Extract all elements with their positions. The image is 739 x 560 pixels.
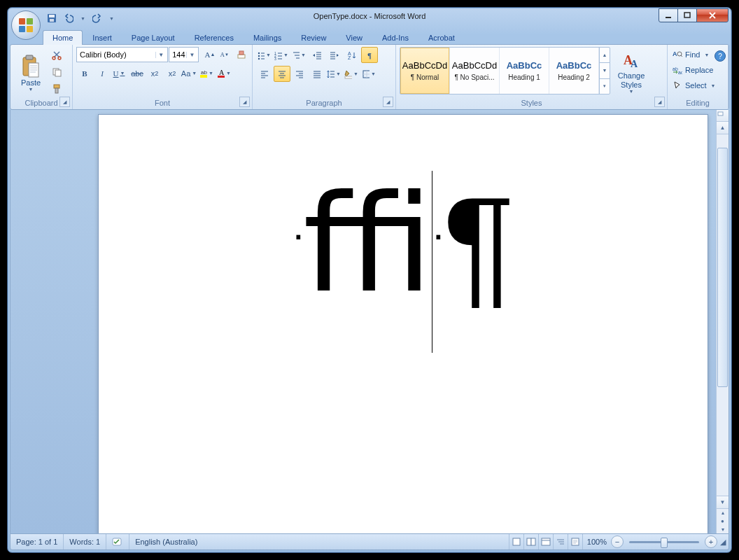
clear-format-icon[interactable] xyxy=(234,48,248,62)
view-draft[interactable] xyxy=(568,534,582,550)
zoom-level[interactable]: 100% xyxy=(582,534,611,550)
tab-mailings[interactable]: Mailings xyxy=(244,30,291,45)
change-case-button[interactable]: Aa▼ xyxy=(181,65,198,81)
bullets-button[interactable]: ▼ xyxy=(256,47,273,63)
close-button[interactable] xyxy=(696,8,729,22)
justify-button[interactable] xyxy=(309,66,325,82)
undo-icon[interactable] xyxy=(62,12,75,24)
select-button[interactable]: Select▼ xyxy=(671,78,724,92)
italic-button[interactable]: I xyxy=(94,65,111,81)
style-no-spacing[interactable]: AaBbCcDd ¶ No Spaci... xyxy=(450,48,500,94)
show-marks-button[interactable]: ¶ xyxy=(361,47,378,63)
svg-point-13 xyxy=(58,57,61,59)
tab-insert[interactable]: Insert xyxy=(83,30,122,45)
scroll-thumb[interactable] xyxy=(717,148,728,387)
underline-button[interactable]: U▼ xyxy=(111,65,128,81)
prev-page-button[interactable]: ▴ xyxy=(717,508,729,517)
svg-text:ab: ab xyxy=(201,69,207,76)
bold-button[interactable]: B xyxy=(76,65,93,81)
numbering-button[interactable]: 123▼ xyxy=(274,47,290,63)
scroll-track[interactable] xyxy=(717,134,729,496)
highlight-button[interactable]: ab▼ xyxy=(199,65,216,81)
tab-review[interactable]: Review xyxy=(291,30,336,45)
svg-point-24 xyxy=(258,52,260,53)
font-size-combo[interactable]: 144▼ xyxy=(169,47,199,62)
align-left-button[interactable] xyxy=(256,66,273,82)
align-center-button[interactable] xyxy=(274,66,290,82)
view-full-screen[interactable] xyxy=(523,534,538,550)
tab-acrobat[interactable]: Acrobat xyxy=(418,30,465,45)
next-page-button[interactable]: ▾ xyxy=(717,525,729,533)
gallery-more[interactable]: ▾ xyxy=(600,79,610,94)
view-web-layout[interactable] xyxy=(538,534,553,550)
shrink-font-icon[interactable]: A▼ xyxy=(218,48,232,62)
office-button[interactable] xyxy=(11,10,41,40)
browse-object-button[interactable]: ● xyxy=(717,517,729,525)
scroll-up[interactable]: ▲ xyxy=(716,121,729,134)
status-page[interactable]: Page: 1 of 1 xyxy=(10,534,64,550)
status-proof[interactable] xyxy=(106,534,129,550)
zoom-out-button[interactable]: − xyxy=(611,536,624,548)
maximize-button[interactable] xyxy=(677,8,697,22)
indent-right-button[interactable] xyxy=(326,47,343,63)
styles-launcher[interactable]: ◢ xyxy=(654,97,665,107)
scroll-down[interactable]: ▼ xyxy=(716,496,729,509)
copy-icon[interactable] xyxy=(50,65,64,79)
tab-home[interactable]: Home xyxy=(43,30,83,45)
redo-icon[interactable] xyxy=(91,12,104,24)
change-styles-icon: AA xyxy=(621,52,641,71)
cut-icon[interactable] xyxy=(50,48,64,62)
svg-rect-5 xyxy=(49,15,55,18)
qat-customize-chevron[interactable]: ▼ xyxy=(108,16,115,21)
multilevel-button[interactable]: ▼ xyxy=(291,47,308,63)
paragraph-launcher[interactable]: ◢ xyxy=(383,97,393,107)
superscript-button[interactable]: x2 xyxy=(164,65,181,81)
view-print-layout[interactable] xyxy=(509,534,523,550)
clipboard-launcher[interactable]: ◢ xyxy=(59,97,70,107)
paste-button[interactable]: Paste ▼ xyxy=(14,47,48,99)
font-color-button[interactable]: A▼ xyxy=(216,65,233,81)
style-normal[interactable]: AaBbCcDd ¶ Normal xyxy=(400,48,450,94)
zoom-in-button[interactable]: + xyxy=(705,536,717,548)
tab-add-ins[interactable]: Add-Ins xyxy=(372,30,418,45)
font-launcher[interactable]: ◢ xyxy=(239,97,250,107)
line-spacing-button[interactable]: ▼ xyxy=(326,66,343,82)
paste-icon xyxy=(21,55,41,78)
strike-button[interactable]: abc xyxy=(129,65,146,81)
tab-references[interactable]: References xyxy=(185,30,244,45)
status-words[interactable]: Words: 1 xyxy=(64,534,106,550)
tab-page-layout[interactable]: Page Layout xyxy=(122,30,185,45)
svg-point-25 xyxy=(258,55,260,56)
resize-grip[interactable]: ◢ xyxy=(717,538,729,547)
gallery-up[interactable]: ▲ xyxy=(600,48,610,63)
page[interactable]: ·ﬃ·¶ xyxy=(98,114,708,533)
undo-chevron[interactable]: ▼ xyxy=(79,16,87,21)
minimize-button[interactable] xyxy=(659,8,678,22)
quick-access-toolbar: ▼ ▼ xyxy=(45,12,115,24)
zoom-knob[interactable] xyxy=(661,538,668,548)
gallery-down[interactable]: ▼ xyxy=(600,63,610,78)
group-styles: AaBbCcDd ¶ Normal AaBbCcDd ¶ No Spaci...… xyxy=(396,45,668,109)
grow-font-icon[interactable]: A▲ xyxy=(203,48,217,62)
svg-rect-40 xyxy=(718,112,723,115)
change-styles-button[interactable]: AA Change Styles ▼ xyxy=(612,47,650,99)
tab-view[interactable]: View xyxy=(336,30,372,45)
view-outline[interactable] xyxy=(553,534,568,550)
style-heading-1[interactable]: AaBbCc Heading 1 xyxy=(500,48,549,94)
zoom-slider[interactable] xyxy=(629,541,699,543)
borders-button[interactable]: ▼ xyxy=(361,66,378,82)
status-language[interactable]: English (Australia) xyxy=(129,534,203,550)
shading-button[interactable]: ▼ xyxy=(344,66,360,82)
subscript-button[interactable]: x2 xyxy=(146,65,163,81)
format-painter-icon[interactable] xyxy=(50,82,64,96)
sort-button[interactable]: AZ xyxy=(344,47,360,63)
font-name-combo[interactable]: Calibri (Body)▼ xyxy=(76,47,168,62)
align-right-button[interactable] xyxy=(291,66,308,82)
chevron-down-icon: ▼ xyxy=(155,52,166,58)
style-heading-2[interactable]: AaBbCc Heading 2 xyxy=(549,48,599,94)
find-button[interactable]: A Find▼ xyxy=(671,48,724,62)
app-window: ▼ ▼ OpenType.docx - Microsoft Word Home … xyxy=(7,7,732,553)
indent-left-button[interactable] xyxy=(309,47,325,63)
save-icon[interactable] xyxy=(45,12,58,24)
replace-button[interactable]: abac Replace xyxy=(671,63,724,77)
